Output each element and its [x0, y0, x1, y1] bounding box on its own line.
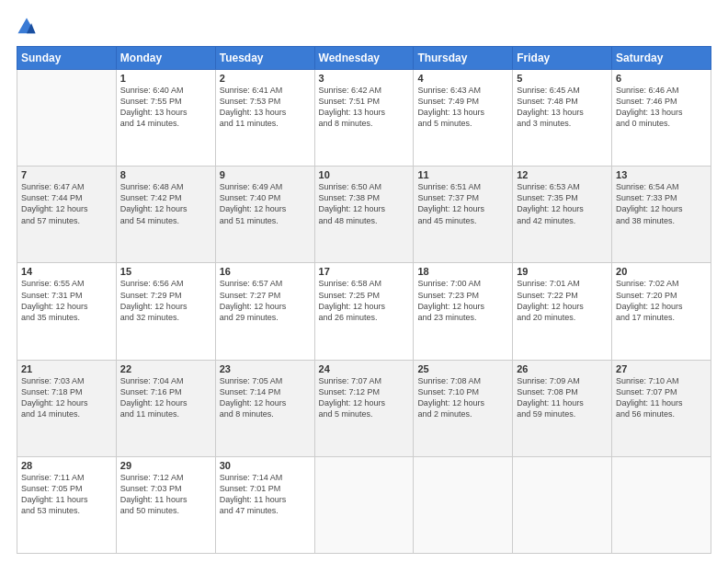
day-info: Sunrise: 6:49 AM Sunset: 7:40 PM Dayligh… [220, 181, 311, 226]
calendar-table: SundayMondayTuesdayWednesdayThursdayFrid… [17, 46, 711, 554]
calendar-cell: 19Sunrise: 7:01 AM Sunset: 7:22 PM Dayli… [513, 263, 612, 360]
calendar-cell: 8Sunrise: 6:48 AM Sunset: 7:42 PM Daylig… [116, 167, 215, 263]
day-number: 13 [616, 169, 707, 180]
day-info: Sunrise: 6:51 AM Sunset: 7:37 PM Dayligh… [417, 181, 508, 226]
day-number: 30 [220, 460, 311, 471]
calendar-cell: 10Sunrise: 6:50 AM Sunset: 7:38 PM Dayli… [314, 167, 414, 263]
calendar-cell: 29Sunrise: 7:12 AM Sunset: 7:03 PM Dayli… [116, 456, 215, 553]
day-number: 10 [319, 169, 410, 180]
calendar-cell: 21Sunrise: 7:03 AM Sunset: 7:18 PM Dayli… [17, 360, 117, 456]
header-row: SundayMondayTuesdayWednesdayThursdayFrid… [17, 47, 711, 70]
day-info: Sunrise: 7:04 AM Sunset: 7:16 PM Dayligh… [120, 375, 211, 420]
calendar-cell: 20Sunrise: 7:02 AM Sunset: 7:20 PM Dayli… [612, 263, 711, 360]
day-info: Sunrise: 6:46 AM Sunset: 7:46 PM Dayligh… [616, 85, 707, 130]
calendar-cell [612, 456, 711, 553]
calendar-cell: 5Sunrise: 6:45 AM Sunset: 7:48 PM Daylig… [513, 70, 612, 167]
calendar-cell: 12Sunrise: 6:53 AM Sunset: 7:35 PM Dayli… [513, 167, 612, 263]
day-number: 9 [220, 169, 311, 180]
day-number: 23 [220, 363, 311, 374]
day-number: 16 [220, 266, 311, 277]
day-number: 20 [616, 266, 707, 277]
day-info: Sunrise: 6:47 AM Sunset: 7:44 PM Dayligh… [21, 181, 112, 226]
week-row-2: 7Sunrise: 6:47 AM Sunset: 7:44 PM Daylig… [17, 167, 711, 263]
day-info: Sunrise: 7:01 AM Sunset: 7:22 PM Dayligh… [517, 278, 608, 323]
calendar-cell: 13Sunrise: 6:54 AM Sunset: 7:33 PM Dayli… [612, 167, 711, 263]
day-number: 29 [120, 460, 211, 471]
calendar-cell [314, 456, 414, 553]
day-number: 11 [417, 169, 508, 180]
calendar-cell: 7Sunrise: 6:47 AM Sunset: 7:44 PM Daylig… [17, 167, 117, 263]
week-row-4: 21Sunrise: 7:03 AM Sunset: 7:18 PM Dayli… [17, 360, 711, 456]
col-header-wednesday: Wednesday [314, 47, 414, 70]
day-info: Sunrise: 6:45 AM Sunset: 7:48 PM Dayligh… [517, 85, 608, 130]
col-header-monday: Monday [116, 47, 215, 70]
logo-icon [17, 17, 37, 37]
day-number: 28 [21, 460, 112, 471]
day-number: 6 [616, 73, 707, 84]
calendar-cell: 4Sunrise: 6:43 AM Sunset: 7:49 PM Daylig… [414, 70, 513, 167]
day-number: 5 [517, 73, 608, 84]
day-info: Sunrise: 6:57 AM Sunset: 7:27 PM Dayligh… [220, 278, 311, 323]
calendar-cell: 6Sunrise: 6:46 AM Sunset: 7:46 PM Daylig… [612, 70, 711, 167]
day-info: Sunrise: 7:10 AM Sunset: 7:07 PM Dayligh… [616, 375, 707, 420]
calendar-cell: 24Sunrise: 7:07 AM Sunset: 7:12 PM Dayli… [314, 360, 414, 456]
day-number: 14 [21, 266, 112, 277]
week-row-5: 28Sunrise: 7:11 AM Sunset: 7:05 PM Dayli… [17, 456, 711, 553]
week-row-3: 14Sunrise: 6:55 AM Sunset: 7:31 PM Dayli… [17, 263, 711, 360]
calendar-cell: 16Sunrise: 6:57 AM Sunset: 7:27 PM Dayli… [215, 263, 314, 360]
calendar-cell [414, 456, 513, 553]
calendar-cell: 2Sunrise: 6:41 AM Sunset: 7:53 PM Daylig… [215, 70, 314, 167]
day-info: Sunrise: 6:40 AM Sunset: 7:55 PM Dayligh… [120, 85, 211, 130]
calendar-cell [17, 70, 117, 167]
day-info: Sunrise: 7:11 AM Sunset: 7:05 PM Dayligh… [21, 472, 112, 517]
day-info: Sunrise: 6:53 AM Sunset: 7:35 PM Dayligh… [517, 181, 608, 226]
calendar-cell: 22Sunrise: 7:04 AM Sunset: 7:16 PM Dayli… [116, 360, 215, 456]
day-info: Sunrise: 6:50 AM Sunset: 7:38 PM Dayligh… [319, 181, 410, 226]
day-number: 17 [319, 266, 410, 277]
day-info: Sunrise: 7:14 AM Sunset: 7:01 PM Dayligh… [220, 472, 311, 517]
day-info: Sunrise: 6:41 AM Sunset: 7:53 PM Dayligh… [220, 85, 311, 130]
day-info: Sunrise: 7:05 AM Sunset: 7:14 PM Dayligh… [220, 375, 311, 420]
calendar-cell: 27Sunrise: 7:10 AM Sunset: 7:07 PM Dayli… [612, 360, 711, 456]
calendar-cell: 3Sunrise: 6:42 AM Sunset: 7:51 PM Daylig… [314, 70, 414, 167]
calendar-cell: 23Sunrise: 7:05 AM Sunset: 7:14 PM Dayli… [215, 360, 314, 456]
header [17, 15, 711, 37]
day-number: 22 [120, 363, 211, 374]
day-number: 7 [21, 169, 112, 180]
day-info: Sunrise: 6:58 AM Sunset: 7:25 PM Dayligh… [319, 278, 410, 323]
calendar-cell: 15Sunrise: 6:56 AM Sunset: 7:29 PM Dayli… [116, 263, 215, 360]
day-number: 24 [319, 363, 410, 374]
day-number: 27 [616, 363, 707, 374]
day-number: 15 [120, 266, 211, 277]
col-header-saturday: Saturday [612, 47, 711, 70]
calendar-cell: 30Sunrise: 7:14 AM Sunset: 7:01 PM Dayli… [215, 456, 314, 553]
day-info: Sunrise: 6:42 AM Sunset: 7:51 PM Dayligh… [319, 85, 410, 130]
day-number: 1 [120, 73, 211, 84]
calendar-cell: 1Sunrise: 6:40 AM Sunset: 7:55 PM Daylig… [116, 70, 215, 167]
day-info: Sunrise: 7:07 AM Sunset: 7:12 PM Dayligh… [319, 375, 410, 420]
calendar-cell: 11Sunrise: 6:51 AM Sunset: 7:37 PM Dayli… [414, 167, 513, 263]
day-number: 26 [517, 363, 608, 374]
logo [17, 15, 40, 37]
day-number: 25 [417, 363, 508, 374]
day-info: Sunrise: 6:55 AM Sunset: 7:31 PM Dayligh… [21, 278, 112, 323]
day-info: Sunrise: 6:54 AM Sunset: 7:33 PM Dayligh… [616, 181, 707, 226]
day-info: Sunrise: 7:08 AM Sunset: 7:10 PM Dayligh… [417, 375, 508, 420]
calendar-cell: 25Sunrise: 7:08 AM Sunset: 7:10 PM Dayli… [414, 360, 513, 456]
col-header-thursday: Thursday [414, 47, 513, 70]
calendar-cell: 18Sunrise: 7:00 AM Sunset: 7:23 PM Dayli… [414, 263, 513, 360]
day-info: Sunrise: 7:00 AM Sunset: 7:23 PM Dayligh… [417, 278, 508, 323]
col-header-friday: Friday [513, 47, 612, 70]
day-number: 18 [417, 266, 508, 277]
day-number: 2 [220, 73, 311, 84]
day-info: Sunrise: 7:12 AM Sunset: 7:03 PM Dayligh… [120, 472, 211, 517]
calendar-cell: 9Sunrise: 6:49 AM Sunset: 7:40 PM Daylig… [215, 167, 314, 263]
col-header-tuesday: Tuesday [215, 47, 314, 70]
calendar-cell: 26Sunrise: 7:09 AM Sunset: 7:08 PM Dayli… [513, 360, 612, 456]
day-info: Sunrise: 7:03 AM Sunset: 7:18 PM Dayligh… [21, 375, 112, 420]
week-row-1: 1Sunrise: 6:40 AM Sunset: 7:55 PM Daylig… [17, 70, 711, 167]
col-header-sunday: Sunday [17, 47, 117, 70]
calendar-cell [513, 456, 612, 553]
day-info: Sunrise: 6:48 AM Sunset: 7:42 PM Dayligh… [120, 181, 211, 226]
calendar-cell: 14Sunrise: 6:55 AM Sunset: 7:31 PM Dayli… [17, 263, 117, 360]
